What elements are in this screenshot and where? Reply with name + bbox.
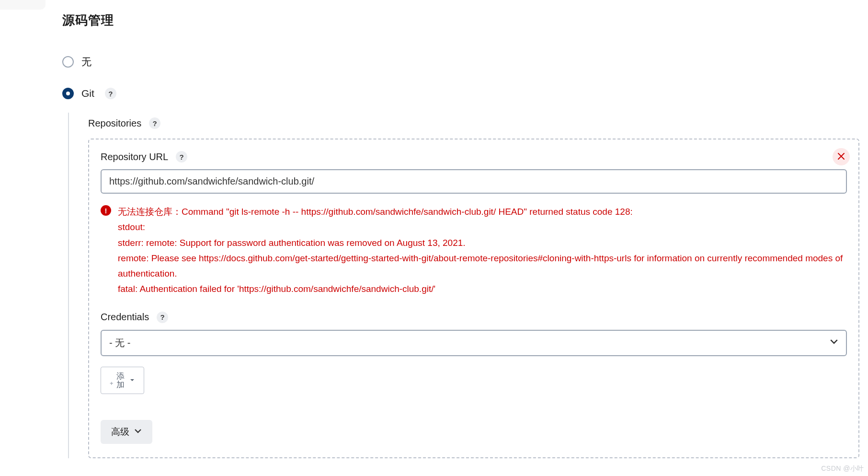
add-credentials-button[interactable]: + 添 加 (101, 367, 144, 395)
watermark: CSDN @小叶 (821, 464, 864, 473)
repositories-label-text: Repositories (88, 118, 141, 129)
help-icon[interactable]: ? (176, 151, 187, 163)
radio-label-git: Git (81, 88, 94, 99)
chevron-down-icon (134, 427, 142, 437)
sidebar-stub (0, 0, 46, 10)
caret-down-icon (126, 376, 135, 385)
help-icon[interactable]: ? (149, 117, 160, 129)
error-message: 无法连接仓库：Command "git ls-remote -h -- http… (118, 204, 847, 297)
error-block: ! 无法连接仓库：Command "git ls-remote -h -- ht… (101, 204, 847, 297)
radio-option-git[interactable]: Git ? (62, 88, 868, 99)
section-title: 源码管理 (62, 12, 868, 29)
plus-icon: + (110, 380, 114, 387)
close-icon (838, 151, 845, 162)
remove-repository-button[interactable] (833, 148, 850, 165)
credentials-label-text: Credentials (101, 312, 149, 323)
error-icon: ! (101, 205, 111, 216)
main-content: 源码管理 无 Git ? Repositories ? Repository U… (62, 12, 868, 458)
radio-icon (62, 56, 74, 68)
credentials-select[interactable]: - 无 - (101, 330, 847, 356)
help-icon[interactable]: ? (157, 312, 168, 323)
credentials-selected-value: - 无 - (109, 337, 130, 348)
radio-label-none: 无 (81, 55, 91, 69)
credentials-select-wrap: - 无 - (101, 330, 847, 356)
repositories-label: Repositories ? (88, 117, 868, 129)
advanced-button-label: 高级 (111, 426, 129, 438)
help-icon[interactable]: ? (105, 88, 116, 99)
repo-url-label: Repository URL ? (101, 151, 847, 163)
repo-url-label-text: Repository URL (101, 151, 168, 163)
radio-option-none[interactable]: 无 (62, 55, 868, 69)
radio-icon (62, 88, 74, 99)
git-section-body: Repositories ? Repository URL ? ! 无法连接仓库… (68, 113, 868, 458)
repository-block: Repository URL ? ! 无法连接仓库：Command "git l… (88, 139, 859, 458)
credentials-label: Credentials ? (101, 312, 847, 323)
add-button-label: 添 加 (116, 372, 125, 389)
repo-url-input[interactable] (101, 169, 847, 194)
advanced-button[interactable]: 高级 (101, 420, 152, 444)
